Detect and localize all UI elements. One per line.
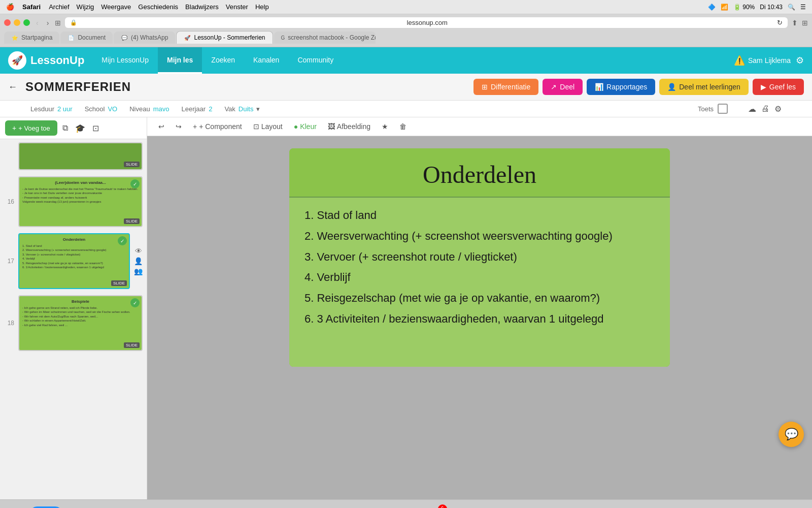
- nav-tab-mijn-lessonup[interactable]: Mijn LessonUp: [92, 47, 158, 74]
- back-button[interactable]: ‹: [34, 18, 41, 28]
- forward-button[interactable]: ›: [45, 18, 51, 28]
- lesduur-value[interactable]: 2 uur: [57, 105, 73, 113]
- print-icon[interactable]: 🖨: [761, 104, 769, 114]
- minimize-window-button[interactable]: [14, 19, 20, 26]
- tab-overview-button[interactable]: ⊞: [55, 19, 61, 27]
- control-strip-icon[interactable]: ☰: [800, 4, 806, 11]
- user-name: Sam Lijklema: [748, 56, 791, 65]
- kleur-button[interactable]: ● Kleur: [291, 120, 320, 133]
- slide-thumbnail[interactable]: (Leer)doelen van vandaa... - Je kent de …: [18, 176, 143, 227]
- list-item: 4. Verblijf: [304, 270, 655, 285]
- dock-appstore[interactable]: 🅐 6: [413, 506, 445, 509]
- slide-thumbnail[interactable]: Beispiele - Ich gehe gerne am Strand rei…: [18, 295, 143, 351]
- nav-tab-mijn-les[interactable]: Mijn les: [158, 47, 202, 74]
- back-button[interactable]: ←: [8, 82, 17, 92]
- vak-value[interactable]: Duits: [239, 105, 254, 113]
- leerjaar-value[interactable]: 2: [209, 105, 212, 113]
- dock-facetime[interactable]: 📹: [705, 506, 737, 509]
- dock-popcorn[interactable]: 🍿: [668, 506, 701, 509]
- delete-button[interactable]: 🗑: [396, 120, 410, 133]
- vak-dropdown-icon[interactable]: ▾: [256, 105, 260, 113]
- maximize-window-button[interactable]: [23, 19, 30, 26]
- share-button[interactable]: ⬆: [792, 19, 798, 27]
- menu-venster[interactable]: Venster: [226, 3, 248, 11]
- slide-thumb-content: Beispiele - Ich gehe gerne am Strand rei…: [19, 296, 142, 330]
- menu-wijzig[interactable]: Wijzig: [77, 3, 94, 11]
- menu-weergave[interactable]: Weergave: [101, 3, 131, 11]
- toets-checkbox[interactable]: [718, 104, 728, 114]
- undo-button[interactable]: ↩: [155, 120, 167, 133]
- voeg-toe-button[interactable]: + + Voeg toe: [5, 120, 57, 136]
- cloud-icon[interactable]: ☁: [748, 104, 756, 114]
- gear-icon[interactable]: ⚙: [774, 104, 782, 114]
- differentiatie-icon: ⊞: [482, 83, 488, 91]
- component-button[interactable]: + + Component: [190, 120, 245, 133]
- tab-startpagina[interactable]: ⭐ Startpagina: [4, 31, 59, 44]
- dock-launchpad[interactable]: 🚀: [66, 506, 99, 509]
- school-value[interactable]: VO: [108, 105, 117, 113]
- nav-tab-community[interactable]: Community: [288, 47, 343, 74]
- slide-eye-icon[interactable]: 👁: [134, 247, 143, 255]
- nav-tab-zoeken[interactable]: Zoeken: [202, 47, 244, 74]
- redo-button[interactable]: ↪: [173, 120, 185, 133]
- differentiatie-button[interactable]: ⊞ Differentiatie: [473, 79, 538, 95]
- layout-button[interactable]: ⊡ Layout: [250, 120, 286, 133]
- menu-help[interactable]: Help: [255, 3, 269, 11]
- dock-systemprefs[interactable]: ⚙️: [522, 506, 555, 509]
- menu-geschiedenis[interactable]: Geschiedenis: [138, 3, 178, 11]
- dock-mail[interactable]: ✉️: [294, 506, 327, 509]
- dock-notes[interactable]: 📝: [331, 506, 363, 509]
- slide-thumbnail-active[interactable]: Onderdelen 1. Stad of land2. Weersverwac…: [18, 233, 130, 289]
- dock-safari[interactable]: 🧭: [103, 506, 136, 509]
- close-window-button[interactable]: [4, 19, 11, 26]
- dock-word[interactable]: 📘: [221, 506, 254, 509]
- chat-button[interactable]: 💬: [779, 422, 804, 447]
- dock-excel[interactable]: 📗: [185, 506, 217, 509]
- reload-icon[interactable]: ↻: [777, 19, 783, 26]
- dock-powerpoint[interactable]: 📙: [258, 506, 290, 509]
- search-icon[interactable]: 🔍: [788, 4, 795, 11]
- dock-calendar[interactable]: 📅: [367, 506, 400, 509]
- dock-teams[interactable]: 👾: [595, 506, 628, 509]
- dock-spotify[interactable]: 🎵: [486, 506, 518, 509]
- menu-archief[interactable]: Archief: [49, 3, 69, 11]
- dock-photos[interactable]: 🖼️: [632, 506, 664, 509]
- dock-music[interactable]: 🎶: [559, 506, 591, 509]
- app-name[interactable]: Safari: [22, 3, 41, 11]
- deel-met-leerlingen-button[interactable]: 👤 Deel met leerlingen: [659, 79, 749, 95]
- duplicate-button[interactable]: ⧉: [60, 121, 70, 135]
- tab-lessonup[interactable]: 🚀 LessonUp - Sommerferien: [176, 31, 273, 44]
- geef-les-button[interactable]: ▶ Geef les: [753, 79, 804, 95]
- url-text[interactable]: lessonup.com: [80, 19, 774, 26]
- rapportages-button[interactable]: 📊 Rapportages: [587, 79, 655, 95]
- layout-view-button[interactable]: ⊡: [90, 121, 101, 135]
- app-logo[interactable]: 🚀 LessonUp: [8, 51, 84, 70]
- tab-whatsapp[interactable]: 💬 (4) WhatsApp: [114, 31, 175, 44]
- canvas-area[interactable]: Onderdelen 1. Stad of land 2. Weersverwa…: [147, 136, 812, 499]
- slide-group-icon[interactable]: 👥: [134, 267, 143, 275]
- dock-trash[interactable]: 🗑️: [750, 506, 783, 509]
- dock-appletv[interactable]: 📺: [449, 506, 482, 509]
- afbeelding-button[interactable]: 🖼 Afbeelding: [325, 120, 374, 133]
- niveau-value[interactable]: mavo: [153, 105, 170, 113]
- dock-finder[interactable]: 🔵: [30, 506, 62, 509]
- slide-header-area: Onderdelen: [289, 148, 670, 198]
- menu-bladwijzers[interactable]: Bladwijzers: [185, 3, 219, 11]
- nav-tab-kanalen[interactable]: Kanalen: [244, 47, 288, 74]
- slide-thumbnail[interactable]: SLIDE: [18, 142, 143, 170]
- new-tab-button[interactable]: ⊞: [802, 19, 808, 27]
- dock-onenote[interactable]: 🟣: [148, 506, 181, 509]
- settings-button[interactable]: ⚙: [796, 55, 804, 66]
- tab-document[interactable]: 📄 Document: [60, 31, 113, 44]
- apple-menu[interactable]: 🍎: [6, 3, 14, 11]
- lesson-actions: ⊞ Differentiatie ↗ Deel 📊 Rapportages 👤 …: [473, 79, 804, 95]
- slide-person-icon[interactable]: 👤: [134, 257, 143, 265]
- logo-text: LessonUp: [30, 54, 84, 67]
- address-bar[interactable]: 🔒 lessonup.com ↻: [65, 17, 788, 28]
- favorite-button[interactable]: ★: [379, 120, 391, 133]
- menu-bar: 🍎 Safari Archief Wijzig Weergave Geschie…: [0, 0, 812, 14]
- tab-screenshot[interactable]: G screenshot macbook - Google Zoeken: [274, 31, 376, 44]
- deel-button[interactable]: ↗ Deel: [543, 79, 583, 95]
- battery-icon: 🔋 90%: [733, 4, 755, 11]
- presentation-button[interactable]: 🎓: [73, 121, 87, 135]
